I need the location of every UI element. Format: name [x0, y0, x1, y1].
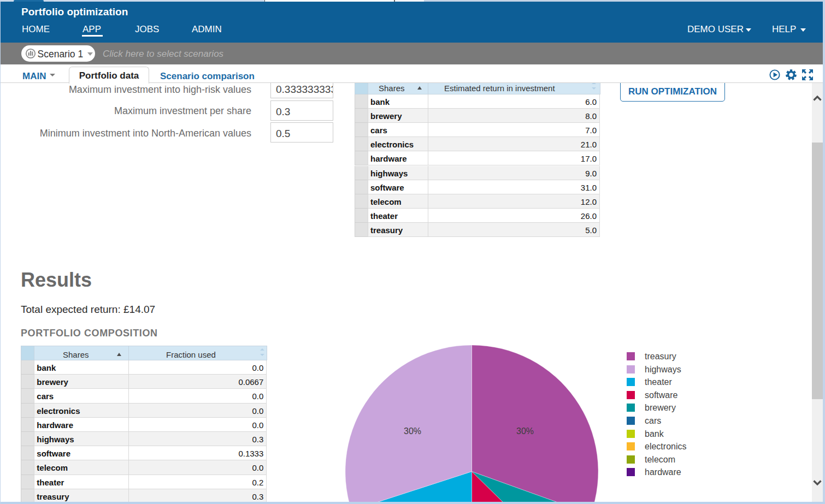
svg-text:30%: 30%	[516, 426, 534, 436]
svg-text:30%: 30%	[404, 426, 421, 436]
